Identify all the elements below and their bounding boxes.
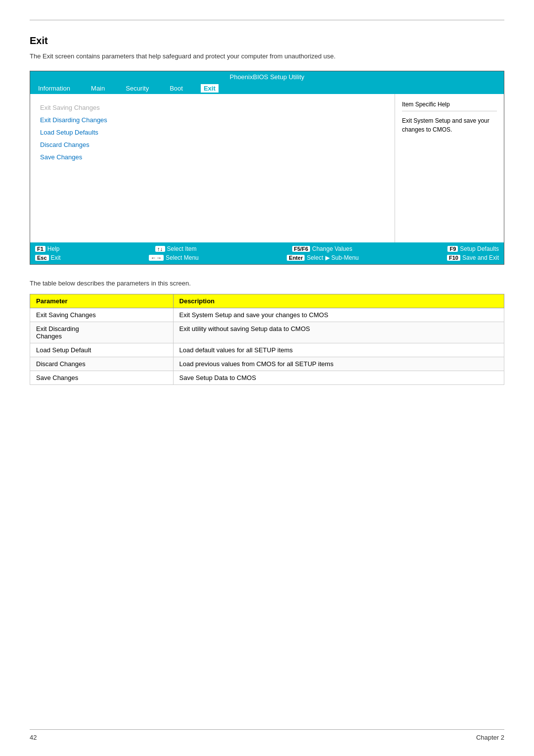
bios-content: Exit Saving Changes Exit Disarding Chang…: [30, 94, 504, 242]
page-container: Exit The Exit screen contains parameters…: [0, 0, 534, 756]
footer-line-1: F1 Help ↑↓ Select Item F5/F6 Change Valu…: [35, 244, 499, 253]
chapter-label: Chapter 2: [476, 734, 504, 741]
section-desc: The Exit screen contains parameters that…: [30, 52, 504, 60]
enter-key: Enter: [287, 255, 305, 261]
nav-boot[interactable]: Boot: [167, 84, 186, 93]
col-header-description: Description: [173, 294, 504, 308]
section-title: Exit: [30, 35, 504, 47]
select-item-label: Select Item: [167, 245, 197, 252]
menu-discard-changes[interactable]: Discard Changes: [40, 141, 385, 148]
col-header-parameter: Parameter: [30, 294, 174, 308]
param-cell: Save Changes: [30, 371, 174, 385]
table-row: Exit Discarding ChangesExit utility with…: [30, 322, 504, 343]
f1-label: Help: [47, 245, 60, 252]
select-menu-label: Select Menu: [166, 254, 199, 261]
f9-key: F9: [447, 246, 458, 252]
bios-right-panel: Item Specific Help Exit System Setup and…: [395, 94, 504, 242]
footer-f5f6: F5/F6 Change Values: [292, 245, 353, 252]
page-footer: 42 Chapter 2: [30, 729, 504, 741]
nav-information[interactable]: Information: [35, 84, 73, 93]
bios-nav-bar: Information Main Security Boot Exit: [30, 83, 504, 94]
param-cell: Discard Changes: [30, 357, 174, 371]
f5f6-key: F5/F6: [292, 246, 311, 252]
bios-footer-rows: F1 Help ↑↓ Select Item F5/F6 Change Valu…: [35, 244, 499, 262]
top-rule: [30, 20, 504, 20]
select-label: Select: [307, 254, 323, 261]
change-values-label: Change Values: [312, 245, 352, 252]
footer-f9: F9 Setup Defaults: [447, 245, 499, 252]
table-row: Discard ChangesLoad previous values from…: [30, 357, 504, 371]
nav-exit[interactable]: Exit: [201, 84, 219, 93]
esc-label: Exit: [51, 254, 61, 261]
bios-title-bar: PhoenixBIOS Setup Utility: [30, 71, 504, 83]
footer-f10: F10 Save and Exit: [447, 254, 499, 261]
help-text: Exit System Setup and save your changes …: [402, 116, 497, 134]
desc-cell: Load previous values from CMOS for all S…: [173, 357, 504, 371]
footer-esc: Esc Exit: [35, 254, 61, 261]
param-table: Parameter Description Exit Saving Change…: [30, 294, 504, 385]
desc-cell: Exit System Setup and save your changes …: [173, 308, 504, 322]
desc-cell: Exit utility without saving Setup data t…: [173, 322, 504, 343]
desc-cell: Save Setup Data to CMOS: [173, 371, 504, 385]
desc-cell: Load default values for all SETUP items: [173, 343, 504, 357]
leftright-key: ←→: [149, 255, 164, 261]
menu-exit-disarding[interactable]: Exit Disarding Changes: [40, 116, 385, 124]
updown-key: ↑↓: [155, 246, 165, 252]
footer-select-item: ↑↓ Select Item: [155, 245, 197, 252]
menu-exit-saving[interactable]: Exit Saving Changes: [40, 104, 385, 111]
setup-defaults-label: Setup Defaults: [460, 245, 499, 252]
footer-enter: Enter Select ▶ Sub-Menu: [287, 254, 358, 261]
param-cell: Exit Saving Changes: [30, 308, 174, 322]
esc-key: Esc: [35, 255, 49, 261]
table-desc: The table below describes the parameters…: [30, 280, 504, 287]
bios-left-panel: Exit Saving Changes Exit Disarding Chang…: [30, 94, 395, 242]
table-row: Load Setup DefaultLoad default values fo…: [30, 343, 504, 357]
param-cell: Exit Discarding Changes: [30, 322, 174, 343]
sub-menu-label: ▶ Sub-Menu: [325, 254, 359, 261]
param-cell: Load Setup Default: [30, 343, 174, 357]
footer-line-2: Esc Exit ←→ Select Menu Enter Select ▶ S…: [35, 253, 499, 262]
page-number: 42: [30, 734, 37, 741]
footer-select-menu: ←→ Select Menu: [149, 254, 199, 261]
f1-key: F1: [35, 246, 45, 252]
bios-box: PhoenixBIOS Setup Utility Information Ma…: [30, 71, 504, 265]
footer-f1: F1 Help: [35, 245, 60, 252]
help-title: Item Specific Help: [402, 101, 497, 111]
nav-security[interactable]: Security: [123, 84, 152, 93]
table-row: Save ChangesSave Setup Data to CMOS: [30, 371, 504, 385]
table-row: Exit Saving ChangesExit System Setup and…: [30, 308, 504, 322]
save-exit-label: Save and Exit: [462, 254, 499, 261]
f10-key: F10: [447, 255, 460, 261]
nav-main[interactable]: Main: [88, 84, 108, 93]
menu-load-defaults[interactable]: Load Setup Defaults: [40, 129, 385, 136]
bios-footer: F1 Help ↑↓ Select Item F5/F6 Change Valu…: [30, 242, 504, 264]
menu-save-changes[interactable]: Save Changes: [40, 153, 385, 161]
